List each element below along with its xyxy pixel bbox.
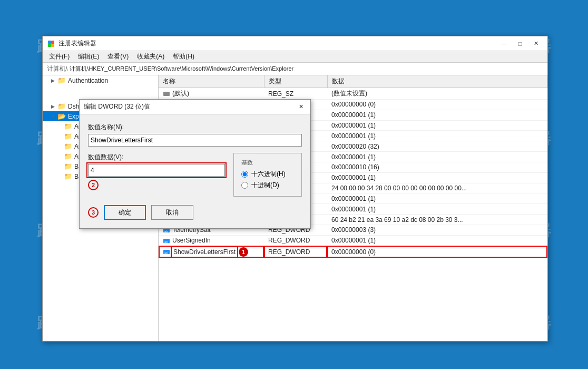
folder-icon-open: 📂 bbox=[57, 112, 66, 120]
radio-dec-input[interactable] bbox=[241, 182, 248, 189]
cancel-button[interactable]: 取消 bbox=[151, 205, 193, 220]
cell-data: 0x00000000 (0) bbox=[327, 246, 547, 258]
folder-icon: 📁 bbox=[57, 76, 66, 84]
minimize-button[interactable]: ─ bbox=[497, 38, 512, 49]
cell-data: 0x00000010 (16) bbox=[327, 162, 547, 172]
base-group-title: 基数 bbox=[241, 159, 294, 167]
address-label: 计算机\ bbox=[47, 64, 67, 73]
maximize-button[interactable]: □ bbox=[513, 38, 527, 49]
address-path: 计算机\HKEY_CURRENT_USER\Software\Microsoft… bbox=[70, 65, 293, 73]
menu-view[interactable]: 查看(V) bbox=[103, 51, 133, 62]
step2-label: 2 bbox=[88, 180, 225, 190]
folder-icon: 📁 bbox=[64, 172, 72, 180]
menu-edit[interactable]: 编辑(E) bbox=[74, 51, 103, 62]
cell-data: 0x00000000 (0) bbox=[327, 100, 547, 110]
folder-icon: 📁 bbox=[57, 102, 66, 110]
close-button[interactable]: ✕ bbox=[528, 38, 543, 49]
col-type: 类型 bbox=[264, 75, 327, 88]
svg-rect-3 bbox=[51, 44, 54, 47]
menu-file[interactable]: 文件(F) bbox=[45, 51, 74, 62]
cell-type: REG_DWORD bbox=[264, 246, 327, 258]
cell-data: 60 24 b2 21 ea 3a 69 10 a2 dc 08 00 2b 3… bbox=[327, 215, 547, 225]
cell-data: 0x00000001 (1) bbox=[327, 193, 547, 204]
dialog-title-bar: 编辑 DWORD (32 位)值 ✕ bbox=[80, 100, 310, 114]
folder-icon: 📁 bbox=[64, 132, 72, 140]
cell-data: 0x00000001 (1) bbox=[327, 204, 547, 215]
expand-icon: ▼ bbox=[51, 114, 57, 119]
dialog-title-text: 编辑 DWORD (32 位)值 bbox=[84, 102, 150, 111]
title-bar: 注册表编辑器 ─ □ ✕ bbox=[43, 36, 547, 51]
cell-type: REG_SZ bbox=[264, 88, 327, 100]
folder-icon: 📁 bbox=[64, 142, 72, 150]
regedit-app-icon bbox=[47, 40, 55, 48]
name-field-label: 数值名称(N): bbox=[88, 123, 302, 132]
cell-data: 0x00000001 (1) bbox=[327, 120, 547, 131]
cell-data: 24 00 00 00 34 28 00 00 00 00 00 00 00 0… bbox=[327, 183, 547, 193]
table-row[interactable]: (默认) REG_SZ (数值未设置) bbox=[159, 88, 547, 100]
cell-data: 0x00000001 (1) bbox=[327, 235, 547, 246]
dialog-close-button[interactable]: ✕ bbox=[296, 102, 306, 112]
svg-rect-0 bbox=[48, 41, 51, 44]
radio-dec[interactable]: 十进制(D) bbox=[241, 181, 294, 190]
svg-text:ab: ab bbox=[164, 240, 168, 244]
cell-name: (默认) bbox=[159, 88, 264, 100]
tree-item-authentication[interactable]: ▶ 📁 Authentication bbox=[43, 75, 158, 85]
svg-rect-1 bbox=[51, 41, 54, 44]
dialog-body: 数值名称(N): 数值数据(V): 2 基数 十六进制(H) bbox=[80, 114, 310, 228]
table-row[interactable]: abUserSignedIn REG_DWORD 0x00000001 (1) bbox=[159, 235, 547, 246]
address-bar: 计算机\ 计算机\HKEY_CURRENT_USER\Software\Micr… bbox=[43, 63, 547, 75]
col-name: 名称 bbox=[159, 75, 264, 88]
radio-dec-label: 十进制(D) bbox=[251, 181, 279, 190]
step3-circle: 3 bbox=[88, 207, 99, 218]
title-bar-buttons: ─ □ ✕ bbox=[497, 38, 543, 49]
svg-rect-4 bbox=[163, 92, 170, 96]
value-input-wrap: 数值数据(V): 2 bbox=[88, 153, 225, 190]
cell-data: 0x00000001 (1) bbox=[327, 172, 547, 183]
window-title: 注册表编辑器 bbox=[58, 39, 96, 48]
menu-bar: 文件(F) 编辑(E) 查看(V) 收藏夹(A) 帮助(H) bbox=[43, 51, 547, 63]
tree-label: Dsh bbox=[68, 103, 79, 110]
tree-label: Authentication bbox=[68, 77, 108, 84]
cell-data: 0x00000001 (1) bbox=[327, 110, 547, 120]
cell-data: 0x00000003 (3) bbox=[327, 225, 547, 235]
base-group: 基数 十六进制(H) 十进制(D) bbox=[233, 153, 302, 197]
folder-icon: 📁 bbox=[64, 152, 72, 160]
edit-dword-dialog: 编辑 DWORD (32 位)值 ✕ 数值名称(N): 数值数据(V): 2 基… bbox=[79, 99, 311, 229]
name-field-input[interactable] bbox=[88, 134, 302, 147]
ok-button[interactable]: 确定 bbox=[104, 205, 146, 220]
folder-icon: 📁 bbox=[64, 162, 72, 170]
value-base-row: 数值数据(V): 2 基数 十六进制(H) 十进制(D) bbox=[88, 153, 302, 197]
table-row[interactable]: abShowDriveLettersFirst1 REG_DWORD 0x000… bbox=[159, 246, 547, 258]
cell-data: 0x00000020 (32) bbox=[327, 141, 547, 152]
cell-name: abShowDriveLettersFirst1 bbox=[159, 246, 264, 258]
cell-data: 0x00000001 (1) bbox=[327, 131, 547, 141]
radio-hex[interactable]: 十六进制(H) bbox=[241, 170, 294, 179]
svg-rect-2 bbox=[48, 44, 51, 47]
cell-data: 0x00000001 (1) bbox=[327, 152, 547, 162]
col-data: 数据 bbox=[327, 75, 547, 88]
step2-circle: 2 bbox=[88, 180, 99, 190]
radio-hex-label: 十六进制(H) bbox=[251, 170, 286, 179]
step1-badge: 1 bbox=[239, 247, 248, 257]
dialog-footer: 3 确定 取消 bbox=[88, 205, 302, 220]
radio-hex-input[interactable] bbox=[241, 171, 248, 178]
cell-name: abUserSignedIn bbox=[159, 235, 264, 246]
svg-text:ab: ab bbox=[164, 230, 168, 233]
data-field-label: 数值数据(V): bbox=[88, 153, 225, 162]
data-field-input[interactable] bbox=[88, 164, 225, 177]
expand-icon: ▶ bbox=[51, 78, 57, 83]
cell-type: REG_DWORD bbox=[264, 235, 327, 246]
svg-text:ab: ab bbox=[164, 251, 168, 255]
folder-icon: 📁 bbox=[64, 122, 72, 130]
expand-icon: ▶ bbox=[51, 104, 57, 109]
cell-data: (数值未设置) bbox=[327, 88, 547, 100]
menu-help[interactable]: 帮助(H) bbox=[169, 51, 199, 62]
menu-favorites[interactable]: 收藏夹(A) bbox=[133, 51, 169, 62]
title-bar-left: 注册表编辑器 bbox=[47, 39, 96, 48]
